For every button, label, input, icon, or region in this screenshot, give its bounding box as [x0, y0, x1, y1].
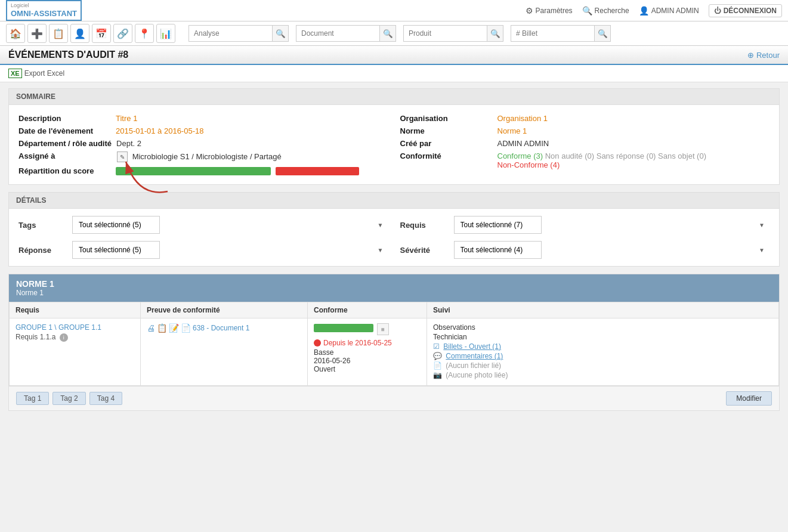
conforme-table-icon[interactable]: ≡: [377, 323, 389, 335]
billets-link[interactable]: Billets - Ouvert (1): [443, 342, 501, 351]
preuve-cell: 🖨 📋 📝 📄 638 - Document 1: [141, 318, 308, 386]
clipboard-icon[interactable]: 📋: [157, 323, 167, 333]
person-icon[interactable]: 👤: [70, 24, 89, 43]
col-preuve: Preuve de conformité: [141, 302, 308, 318]
date-depuis-text: Depuis le 2016-05-25: [323, 339, 392, 347]
norme-subtitle: Norme 1: [16, 289, 772, 297]
score-bar-green: [116, 167, 271, 175]
norme-title: NORME 1: [16, 279, 772, 289]
reponse-select[interactable]: Tout sélectionné (5): [72, 241, 160, 259]
fichier-text: (Aucun fichier lié): [446, 361, 501, 370]
reponse-row-detail: Réponse Tout sélectionné (5): [18, 241, 388, 259]
camera-icon: 📷: [433, 371, 442, 379]
edit-icon[interactable]: ✎: [117, 151, 128, 162]
billets-row: ☑ Billets - Ouvert (1): [433, 342, 772, 351]
plus-icon[interactable]: ➕: [27, 24, 47, 43]
checkbox-icon: ☑: [433, 342, 440, 351]
recherche-label: Recherche: [595, 7, 629, 15]
details-header: DÉTAILS: [9, 193, 779, 209]
tags-row-detail: Tags Tout sélectionné (5): [18, 216, 388, 234]
home-icon[interactable]: 🏠: [6, 24, 25, 43]
deconnexion-link[interactable]: ⏻ DÉCONNEXION: [709, 4, 782, 17]
date-evenement-label: Date de l'évènement: [18, 126, 111, 135]
gear-icon: ⚙: [526, 6, 533, 16]
search-icon: 🔍: [582, 6, 592, 16]
description-label: Description: [18, 114, 111, 123]
date-val: 2016-05-26: [314, 357, 421, 365]
photo-row: 📷 (Aucune photo liée): [433, 371, 772, 379]
tag4-button[interactable]: Tag 4: [89, 392, 122, 405]
tags-footer-row: Tag 1 Tag 2 Tag 4 Modifier: [9, 386, 779, 410]
info-icon[interactable]: i: [60, 333, 68, 342]
requis-label: Requis: [400, 221, 448, 230]
preuve-icons: 🖨 📋 📝 📄 638 - Document 1: [147, 323, 301, 333]
norme-row: Norme Norme 1: [400, 125, 770, 137]
analyse-search-button[interactable]: 🔍: [272, 25, 289, 42]
assigne-text: Microbiologie S1 / Microbiologiste / Par…: [132, 152, 282, 161]
calendar-icon[interactable]: 📅: [92, 24, 111, 43]
excel-icon: XE: [8, 69, 22, 78]
document-input[interactable]: [296, 25, 379, 42]
conformite-line1: Conforme (3) Non audité (0) Sans réponse…: [497, 151, 707, 160]
modifier-button[interactable]: Modifier: [726, 391, 772, 406]
back-label: Retour: [756, 51, 780, 60]
severite-select[interactable]: Tout sélectionné (4): [454, 241, 542, 259]
billet-search-button[interactable]: 🔍: [594, 25, 611, 42]
sommaire-left: Description Titre 1 Date de l'évènement …: [18, 112, 388, 177]
user-link[interactable]: 👤 ADMIN ADMIN: [639, 6, 699, 16]
date-evenement-value: 2015-01-01 à 2016-05-18: [116, 126, 203, 135]
date-evenement-row: Date de l'évènement 2015-01-01 à 2016-05…: [18, 125, 388, 137]
tags-label: Tags: [18, 221, 66, 230]
tag2-button[interactable]: Tag 2: [52, 392, 85, 405]
sommaire-header: SOMMAIRE: [9, 89, 779, 105]
document-search-button[interactable]: 🔍: [379, 25, 396, 42]
score-bar-container: [116, 167, 359, 175]
commentaires-link[interactable]: Commentaires (1): [446, 352, 503, 360]
organisation-label: Organisation: [400, 114, 493, 123]
chart-icon[interactable]: 📊: [156, 24, 175, 43]
print-icon[interactable]: 🖨: [147, 323, 155, 333]
sommaire-body: Description Titre 1 Date de l'évènement …: [9, 105, 779, 184]
tags-select[interactable]: Tout sélectionné (5): [72, 216, 160, 234]
conforme-bar: [314, 324, 373, 332]
sans-objet-value: Sans objet (0): [658, 151, 706, 160]
produit-search-button[interactable]: 🔍: [487, 25, 503, 42]
requis-select-wrapper: Tout sélectionné (7): [454, 216, 770, 234]
suivi-tech: Technician: [433, 333, 772, 341]
back-button[interactable]: ⊕ Retour: [747, 51, 780, 60]
billet-input[interactable]: [511, 25, 594, 42]
tag1-button[interactable]: Tag 1: [16, 392, 49, 405]
departement-label: Département / rôle audité: [18, 139, 112, 148]
severite-value: Basse: [314, 348, 421, 357]
requis-select[interactable]: Tout sélectionné (7): [454, 216, 542, 234]
toolbar: XE Export Excel: [0, 65, 788, 82]
params-link[interactable]: ⚙ Paramètres: [526, 6, 573, 16]
preuve-text[interactable]: 638 - Document 1: [193, 324, 249, 332]
severite-select-wrapper: Tout sélectionné (4): [454, 241, 770, 259]
group-link[interactable]: GROUPE 1 \ GROUPE 1.1: [16, 323, 134, 332]
observations-text: Observations: [433, 323, 475, 332]
deconnexion-label: DÉCONNEXION: [724, 7, 777, 15]
logo: Logiciel OMNI-ASSISTANT: [6, 0, 82, 20]
list-icon[interactable]: 📋: [49, 24, 68, 43]
export-excel-button[interactable]: XE Export Excel: [8, 69, 64, 78]
sommaire-right: Organisation Organisation 1 Norme Norme …: [400, 112, 770, 177]
description-row: Description Titre 1: [18, 112, 388, 125]
produit-search-group: 🔍: [403, 25, 503, 42]
non-conforme-value: Non-Conforme (4): [497, 160, 560, 169]
analyse-input[interactable]: [188, 25, 272, 42]
doc-icon[interactable]: 📄: [181, 323, 191, 333]
severite-label: Sévérité: [400, 246, 448, 255]
requis-row-detail: Requis Tout sélectionné (7): [400, 216, 770, 234]
edit-doc-icon[interactable]: 📝: [169, 323, 179, 333]
tags-select-wrapper: Tout sélectionné (5): [72, 216, 388, 234]
assigne-row: Assigné à ✎: [18, 150, 388, 164]
non-audite-value: Non audité (0): [545, 151, 594, 160]
norme-field-label: Norme: [400, 126, 493, 135]
location-icon[interactable]: 📍: [135, 24, 154, 43]
recherche-link[interactable]: 🔍 Recherche: [582, 6, 629, 16]
table-row: GROUPE 1 \ GROUPE 1.1 Requis 1.1.a i 🖨 📋…: [10, 318, 779, 386]
network-icon[interactable]: 🔗: [113, 24, 132, 43]
logo-line2: OMNI-ASSISTANT: [11, 9, 77, 18]
produit-input[interactable]: [403, 25, 487, 42]
